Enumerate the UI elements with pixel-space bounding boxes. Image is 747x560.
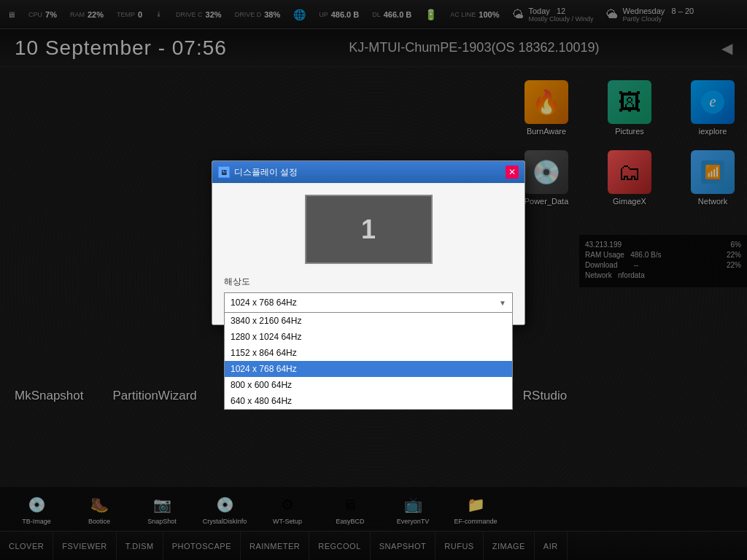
resolution-option-2[interactable]: 1280 x 1024 64Hz [225, 329, 512, 345]
dialog-title-text: 디스플레이 설정 [234, 166, 501, 179]
selected-resolution-text: 747 x 560 64Hz [231, 298, 297, 308]
resolution-select-container: 747 x 560 64Hz ▼ 3840 x 2160 64Hz 1280 … [224, 292, 513, 313]
monitor-preview: 1 [305, 195, 433, 264]
resolution-option-4[interactable]: 747 x 560 64Hz [225, 361, 512, 377]
resolution-select-box[interactable]: 747 x 560 64Hz ▼ [224, 292, 513, 313]
dialog-close-button[interactable]: ✕ [506, 166, 519, 179]
dropdown-arrow-icon: ▼ [499, 299, 506, 307]
resolution-option-3[interactable]: 1152 x 864 64Hz [225, 345, 512, 361]
monitor-number: 1 [361, 214, 376, 245]
display-settings-dialog: 🖥 디스플레이 설정 ✕ 1 해상도 747 x 560 64Hz ▼ 384… [212, 160, 525, 325]
resolution-option-6[interactable]: 640 x 480 64Hz [225, 393, 512, 409]
resolution-option-1[interactable]: 3840 x 2160 64Hz [225, 313, 512, 329]
resolution-dropdown-list: 3840 x 2160 64Hz 1280 x 1024 64Hz 1152 x… [224, 313, 513, 410]
dialog-title-icon: 🖥 [218, 166, 230, 178]
dialog-body: 1 해상도 747 x 560 64Hz ▼ 3840 x 2160 64Hz… [212, 183, 525, 324]
resolution-option-5[interactable]: 800 x 600 64Hz [225, 377, 512, 393]
dialog-titlebar: 🖥 디스플레이 설정 ✕ [212, 161, 525, 183]
resolution-label: 해상도 [224, 276, 513, 288]
